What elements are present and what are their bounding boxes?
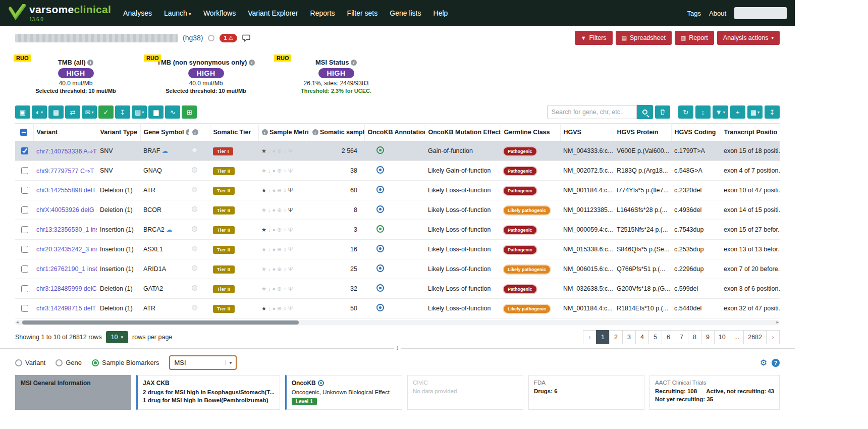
person-icon[interactable]: ●	[272, 305, 276, 311]
nav-item-tags[interactable]: Tags	[687, 10, 701, 17]
col-variant[interactable]: Variant	[33, 124, 97, 141]
page-button-10[interactable]: 10	[714, 330, 730, 344]
circle-icon[interactable]: ○	[283, 266, 287, 272]
sort-button[interactable]: ↕	[695, 105, 711, 119]
filter-menu-button[interactable]: ▼▾	[713, 105, 728, 119]
tmb-nonsyn-card[interactable]: RUO TMB (non synonymous only) i HIGH 40.…	[143, 55, 269, 98]
oncokb-target-icon[interactable]	[376, 264, 384, 272]
redacted-user-info[interactable]	[734, 7, 787, 19]
row-checkbox[interactable]	[21, 285, 28, 292]
varsome-logo[interactable]: varsomeclinical 13.6.0	[8, 4, 111, 22]
columns-button[interactable]: ▦▾	[747, 105, 763, 119]
search-input[interactable]	[547, 105, 637, 119]
table-row[interactable]: chr3:142498715 delTDeletion (1)ATRTier I…	[15, 299, 780, 318]
col-sample-metrics[interactable]: i Sample Metrics	[258, 124, 309, 141]
info-icon[interactable]: i	[249, 60, 255, 66]
globe-icon[interactable]: ⊕	[277, 305, 282, 311]
warning-count-badge[interactable]: 1 ⚠	[220, 34, 237, 42]
bookmark-icon[interactable]: ★	[261, 187, 266, 193]
page-button-2[interactable]: 2	[609, 330, 623, 344]
col-oncokb-mutation-effect[interactable]: OncoKB Mutation Effect	[425, 124, 501, 141]
scroll-left-icon[interactable]: ◂	[16, 319, 19, 325]
page-button-8[interactable]: 8	[688, 330, 701, 344]
table-row[interactable]: chr9:77797577 C⇒TSNVGNAQTier II★↓●⊕○Ψ38L…	[15, 161, 780, 181]
radio-gene[interactable]: Gene	[56, 359, 82, 366]
circle-icon[interactable]: ○	[283, 246, 287, 252]
search-button[interactable]	[637, 105, 653, 119]
download-icon[interactable]: ↓	[268, 246, 271, 252]
info-icon[interactable]: i	[192, 129, 198, 135]
circle-icon[interactable]: ○	[283, 168, 287, 174]
fork-icon[interactable]: Ψ	[288, 148, 293, 154]
scroll-right-icon[interactable]: ▸	[776, 319, 779, 325]
table-row[interactable]: chr1:26762190_1 insCInsertion (1)ARID1AT…	[15, 259, 780, 279]
igv-button[interactable]: ⊞	[182, 105, 197, 119]
table-row[interactable]: chr20:32435242_3 insCInsertion (1)ASXL1T…	[15, 240, 780, 259]
oncokb-target-icon[interactable]	[376, 284, 384, 292]
fork-icon[interactable]: Ψ	[288, 266, 293, 272]
variant-link[interactable]: chr3:142555898 delT	[36, 187, 96, 194]
germline-class-badge[interactable]: Pathogenic	[504, 187, 536, 195]
horizontal-scrollbar[interactable]: ◂ ▸	[15, 320, 780, 325]
export-button[interactable]: ↧	[115, 105, 130, 119]
nav-item-filter-sets[interactable]: Filter sets	[347, 9, 378, 17]
germline-class-badge[interactable]: Pathogenic	[504, 226, 536, 234]
fork-icon[interactable]: Ψ	[288, 246, 293, 252]
somatic-tier-badge[interactable]: Tier II	[213, 246, 235, 254]
variant-link[interactable]: chr3:142498715 delT	[36, 305, 96, 312]
variant-link[interactable]: chr1:26762190_1 insC	[36, 265, 97, 273]
nav-item-analyses[interactable]: Analyses	[123, 9, 152, 17]
globe-icon[interactable]: ⊕	[277, 286, 282, 292]
fda-card[interactable]: FDA Drugs: 6	[528, 375, 644, 410]
info-icon[interactable]: i	[262, 129, 268, 135]
annotation-cloud-icon[interactable]: ☁	[162, 147, 168, 154]
somatic-tier-badge[interactable]: Tier II	[213, 226, 235, 234]
panel-resize-handle[interactable]: ↕	[394, 344, 401, 351]
somatic-tier-badge[interactable]: Tier I	[213, 147, 233, 155]
page-button-4[interactable]: 4	[635, 330, 649, 344]
page-button-9[interactable]: 9	[701, 330, 715, 344]
page-button-6[interactable]: 6	[662, 330, 675, 344]
jax-ckb-card[interactable]: JAX CKB 2 drugs for MSI high in Esophagu…	[136, 375, 280, 410]
circle-icon[interactable]: ○	[283, 187, 287, 193]
col-somatic-tier[interactable]: Somatic Tier	[210, 124, 258, 141]
germline-class-badge[interactable]: Pathogenic	[504, 147, 536, 155]
download-icon[interactable]: ↓	[268, 187, 271, 193]
somatic-tier-badge[interactable]: Tier II	[213, 167, 235, 175]
download-icon[interactable]: ↓	[268, 286, 271, 292]
person-icon[interactable]: ●	[272, 187, 276, 193]
oncokb-target-icon[interactable]	[376, 304, 384, 311]
fork-icon[interactable]: Ψ	[288, 305, 293, 311]
page-button-3[interactable]: 3	[622, 330, 636, 344]
somatic-tier-badge[interactable]: Tier II	[213, 285, 235, 293]
compare-samples-button[interactable]: ⇄	[65, 105, 80, 119]
person-icon[interactable]: ●	[272, 148, 276, 154]
bookmark-icon[interactable]: ★	[261, 246, 266, 252]
circle-icon[interactable]: ○	[283, 286, 287, 292]
col-flags[interactable]: i	[189, 124, 210, 141]
globe-icon[interactable]: ⊕	[277, 266, 282, 272]
nav-item-launch[interactable]: Launch▾	[164, 9, 191, 17]
oncokb-target-icon[interactable]	[376, 245, 384, 252]
summary-button[interactable]: ▣	[15, 105, 30, 119]
col-hgvs-coding[interactable]: HGVS Coding	[671, 124, 721, 141]
clear-search-button[interactable]	[655, 105, 670, 119]
variant-link[interactable]: chr3:128485999 delC	[36, 285, 97, 292]
sample-metrics-cell[interactable]: ★↓●⊕○Ψ	[258, 220, 309, 240]
variant-link[interactable]: chr13:32356530_1 insA	[36, 226, 97, 233]
globe-icon[interactable]: ⊕	[277, 246, 282, 252]
variant-link[interactable]: chr20:32435242_3 insC	[36, 246, 97, 253]
variant-link[interactable]: chrX:40053926 delG	[36, 206, 94, 213]
rows-per-page-select[interactable]: 10▾	[106, 331, 128, 343]
circle-icon[interactable]: ○	[283, 207, 287, 213]
circle-icon[interactable]: ○	[283, 148, 287, 154]
oncokb-target-icon[interactable]	[376, 205, 384, 213]
bookmark-icon[interactable]: ★	[261, 148, 266, 154]
fork-icon[interactable]: Ψ	[288, 286, 293, 292]
bookmark-icon[interactable]: ★	[261, 168, 266, 174]
select-all-checkbox[interactable]	[20, 129, 27, 136]
approve-button[interactable]: ✓	[98, 105, 114, 119]
fork-icon[interactable]: Ψ	[288, 168, 293, 174]
activity-button[interactable]: ∿	[165, 105, 180, 119]
help-icon[interactable]: ?	[772, 359, 780, 367]
